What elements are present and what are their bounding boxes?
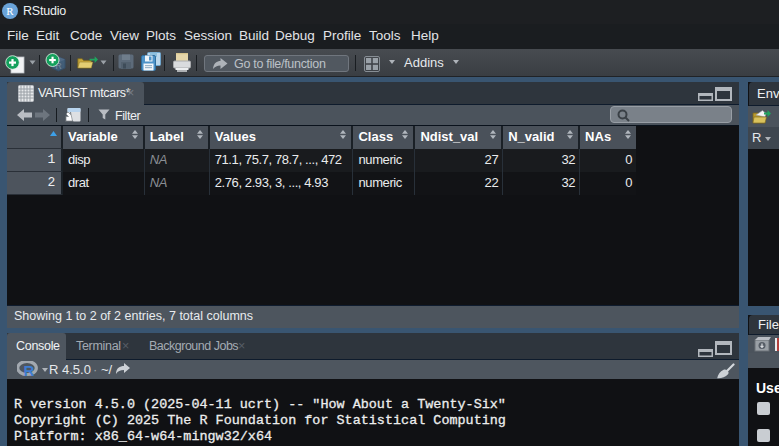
svg-text:R: R <box>24 362 35 378</box>
